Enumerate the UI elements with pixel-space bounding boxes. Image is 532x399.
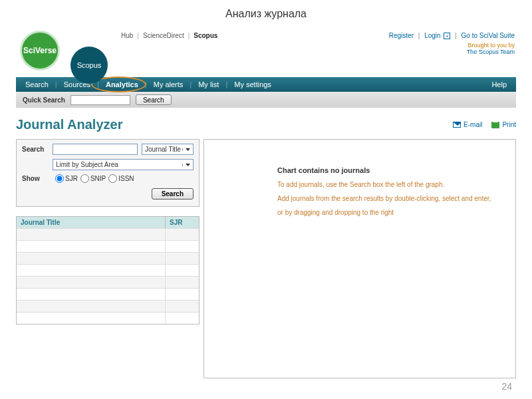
radio-issn-input[interactable] — [108, 174, 117, 183]
search-field-dropdown[interactable]: Journal Title — [142, 144, 194, 155]
radio-sjr[interactable]: SJR — [55, 174, 78, 183]
radio-sjr-input[interactable] — [55, 174, 64, 183]
search-panel: Search Journal Title Limit by Subject Ar… — [16, 139, 200, 207]
nav-sep: | — [137, 32, 139, 39]
logo-area: SciVerse Scopus — [16, 31, 116, 74]
login-icon[interactable]: + — [444, 33, 450, 39]
nav-hub[interactable]: Hub — [121, 32, 133, 39]
sep: | — [455, 32, 457, 39]
email-label: E-mail — [464, 121, 482, 128]
print-link[interactable]: Print — [491, 121, 516, 128]
searchpanel-search-label: Search — [22, 146, 49, 153]
chevron-down-icon — [182, 148, 190, 151]
chevron-down-icon — [182, 164, 190, 166]
sep: | — [418, 32, 420, 39]
account-links: Register | Login + | Go to SciVal Suite … — [389, 31, 516, 55]
page-actions: E-mail Print — [453, 121, 516, 128]
nav-mylist[interactable]: My list — [196, 80, 221, 88]
slide-title: Анализ журнала — [0, 0, 532, 25]
quick-search-bar: Quick Search Search — [16, 92, 516, 108]
left-pane: Search Journal Title Limit by Subject Ar… — [16, 139, 200, 325]
quicksearch-input[interactable] — [70, 95, 130, 105]
empty-state-line2: Add journals from the search results by … — [277, 195, 502, 202]
radio-snip[interactable]: SNIP — [80, 174, 106, 183]
table-row — [17, 276, 199, 288]
slide-number: 24 — [0, 378, 532, 396]
journal-search-input[interactable] — [53, 144, 138, 155]
page-title: Journal Analyzer — [16, 117, 122, 132]
table-row — [17, 312, 199, 324]
nav-sep: | — [188, 32, 190, 39]
link-login[interactable]: Login — [424, 32, 440, 39]
quicksearch-label: Quick Search — [23, 96, 65, 104]
radio-snip-input[interactable] — [80, 174, 89, 183]
dropdown-value: Journal Title — [145, 146, 181, 153]
nav-search[interactable]: Search — [23, 80, 51, 88]
col-journal-title[interactable]: Journal Title — [17, 217, 166, 228]
chart-pane: Chart contains no journals To add journa… — [203, 139, 516, 378]
nav-sciencedirect[interactable]: ScienceDirect — [143, 32, 184, 39]
journal-search-button[interactable]: Search — [152, 188, 194, 200]
nav-analytics[interactable]: Analytics — [103, 80, 141, 88]
results-table: Journal Title SJR — [16, 216, 200, 325]
email-link[interactable]: E-mail — [453, 121, 482, 128]
show-label: Show — [22, 175, 49, 182]
link-scival[interactable]: Go to SciVal Suite — [462, 32, 515, 39]
print-label: Print — [502, 121, 516, 128]
table-row — [17, 252, 199, 264]
header: SciVerse Scopus Hub | ScienceDirect | Sc… — [16, 25, 516, 74]
nav-scopus[interactable]: Scopus — [194, 32, 217, 39]
product-nav: Hub | ScienceDirect | Scopus — [121, 31, 217, 39]
svg-marker-0 — [186, 148, 190, 151]
email-icon — [453, 122, 461, 128]
nav-mysettings[interactable]: My settings — [231, 80, 274, 88]
empty-state-line1: To add journals, use the Search box the … — [277, 181, 502, 188]
subject-area-dropdown[interactable]: Limit by Subject Area — [53, 159, 194, 170]
table-row — [17, 264, 199, 276]
table-row — [17, 228, 199, 240]
svg-marker-1 — [186, 164, 190, 166]
empty-state-line3: or by dragging and dropping to the right — [277, 209, 502, 216]
table-body — [17, 228, 199, 324]
print-icon — [491, 122, 499, 128]
table-row — [17, 240, 199, 252]
brought-by-label: Brought to you by — [389, 42, 515, 49]
dropdown-value: Limit by Subject Area — [56, 161, 118, 168]
radio-issn[interactable]: ISSN — [108, 174, 134, 183]
scopus-logo[interactable]: Scopus — [70, 47, 108, 84]
col-sjr[interactable]: SJR — [166, 217, 199, 228]
nav-help[interactable]: Help — [489, 80, 509, 88]
empty-state-heading: Chart contains no journals — [277, 166, 502, 174]
nav-myalerts[interactable]: My alerts — [151, 80, 186, 88]
highlight-circle: Analytics — [103, 80, 141, 88]
team-label: The Scopus Team — [389, 49, 515, 55]
quicksearch-button[interactable]: Search — [136, 94, 172, 105]
sciverse-logo[interactable]: SciVerse — [20, 31, 60, 70]
link-register[interactable]: Register — [389, 32, 414, 39]
table-row — [17, 288, 199, 300]
table-row — [17, 300, 199, 312]
